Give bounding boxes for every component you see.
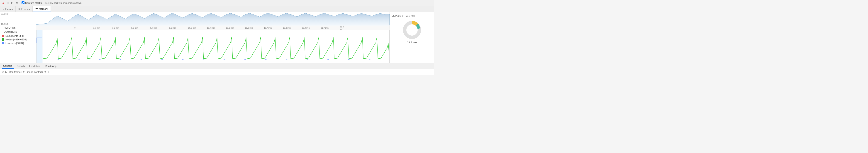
pie-chart-container: 23.7 min <box>402 20 422 44</box>
tick-1.7: 1.7 min <box>93 27 100 29</box>
nodes-label: Nodes [4466:6608] <box>5 38 27 41</box>
events-icon: ≡ <box>3 8 4 10</box>
records-count: 124695 of 325652 records shown <box>44 2 82 4</box>
counters-section-label: COUNTERS <box>2 30 19 34</box>
tab-memory[interactable]: 〜 Memory <box>33 6 51 12</box>
rendering-tab-label: Rendering <box>45 65 57 67</box>
listeners-dot <box>2 42 4 44</box>
pie-chart <box>402 20 422 40</box>
tick-13.3: 13.3 min <box>226 27 234 29</box>
emulation-tab-label: Emulation <box>29 65 40 67</box>
sidebar-item-documents[interactable]: Documents [3:4] <box>0 34 36 38</box>
capture-stacks-checkbox[interactable]: Capture stacks <box>22 1 42 4</box>
console-tab-label: Console <box>3 64 12 67</box>
context-selector[interactable]: <page context> ▼ <box>26 70 46 73</box>
frame-selector[interactable]: <top frame> ▼ <box>9 70 25 73</box>
capture-stacks-input[interactable] <box>22 1 25 4</box>
tick-10.0: 10.0 min <box>188 27 196 29</box>
tick-0: 0 <box>74 27 75 29</box>
records-section-label: RECORDS <box>2 26 18 30</box>
tab-events[interactable]: ≡ Events <box>0 6 16 12</box>
sidebar-item-listeners[interactable]: Listeners [30:34] <box>0 41 36 45</box>
prompt-icon: > <box>48 70 432 73</box>
clear-button[interactable]: 🗑 <box>15 1 19 5</box>
toolbar: ● ⊘ ⊟ 🗑 Capture stacks 124695 of 325652 … <box>0 0 434 6</box>
tab-events-label: Events <box>5 8 13 10</box>
tick-20.0: 20.0 min <box>302 27 310 29</box>
time-ruler-counters: 0 1.7 min 3.3 min 5.0 min 6.7 min 8.3 mi… <box>36 26 390 30</box>
documents-dot <box>2 35 4 37</box>
nodes-dot <box>2 38 4 41</box>
tabbar: ≡ Events ⊞ Frames 〜 Memory <box>0 6 434 12</box>
details-title: DETAILS: 0 – 23.7 min <box>390 14 416 18</box>
documents-label: Documents [3:4] <box>5 34 24 37</box>
stop-button[interactable]: ⊘ <box>6 1 9 5</box>
tab-frames[interactable]: ⊞ Frames <box>16 6 33 12</box>
search-tab-label: Search <box>17 65 25 67</box>
frame-selector-label: <top frame> <box>9 70 22 73</box>
tick-15.0: 15.0 min <box>245 27 253 29</box>
tab-memory-label: Memory <box>39 7 48 10</box>
counters-chart <box>36 30 390 63</box>
svg-point-1 <box>406 24 418 36</box>
context-chevron: ▼ <box>44 70 46 73</box>
separator <box>20 1 20 5</box>
sidebar: 33.1 MB 12.8 MB RECORDS COUNTERS Documen… <box>0 12 36 63</box>
tick-16.7: 16.7 min <box>264 27 272 29</box>
listeners-label: Listeners [30:34] <box>5 42 24 44</box>
pie-label: 23.7 min <box>407 41 416 44</box>
emulation-tab[interactable]: Emulation <box>28 63 42 69</box>
search-tab[interactable]: Search <box>16 63 26 69</box>
cmd-stop-icon: ⊘ <box>2 70 4 73</box>
record-button[interactable]: ● <box>1 1 5 5</box>
console-bar: Console Search Emulation Rendering <box>0 63 434 69</box>
memory-icon: 〜 <box>35 7 38 10</box>
details-panel: DETAILS: 0 – 23.7 min 23.7 min <box>390 12 434 63</box>
tick-5.0: 5.0 min <box>131 27 138 29</box>
frame-chevron: ▼ <box>23 70 25 73</box>
command-bar: ⊘ ⊟ <top frame> ▼ <page context> ▼ > <box>0 69 434 75</box>
filter-button[interactable]: ⊟ <box>10 1 14 5</box>
console-tab[interactable]: Console <box>2 63 13 69</box>
tick-11.7: 11.7 min <box>207 27 215 29</box>
sidebar-item-nodes[interactable]: Nodes [4466:6608] <box>0 38 36 41</box>
memory-bottom-label: 12.8 MB <box>1 23 35 25</box>
context-selector-label: <page context> <box>26 70 43 73</box>
tick-23.3: 23.3 min <box>340 26 345 30</box>
frames-icon: ⊞ <box>19 7 21 10</box>
memory-top-label: 33.1 MB <box>1 13 35 15</box>
tick-3.3: 3.3 min <box>112 27 119 29</box>
tick-18.3: 18.3 min <box>283 27 291 29</box>
cmd-filter-icon: ⊟ <box>5 70 7 73</box>
memory-area-chart <box>36 12 390 26</box>
tick-6.7: 6.7 min <box>150 27 157 29</box>
capture-stacks-label: Capture stacks <box>25 2 42 4</box>
tick-21.7: 21.7 min <box>321 27 329 29</box>
tab-frames-label: Frames <box>21 8 30 10</box>
tick-8.3: 8.3 min <box>169 27 176 29</box>
rendering-tab[interactable]: Rendering <box>43 63 58 69</box>
